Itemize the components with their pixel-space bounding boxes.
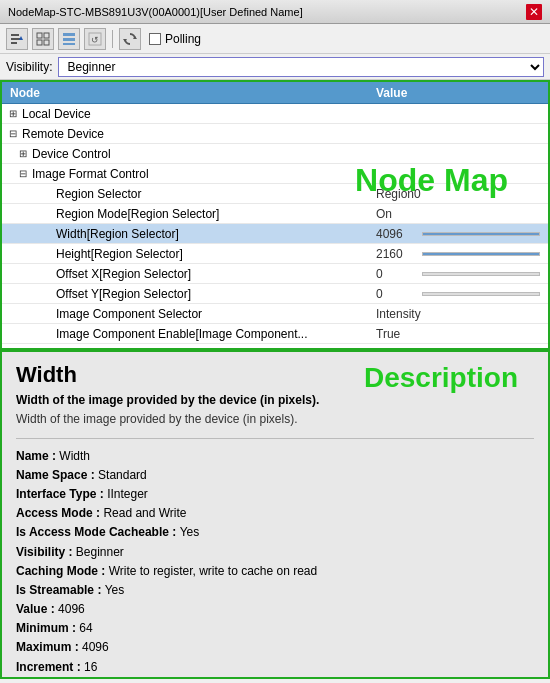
sort-alpha-button[interactable] — [6, 28, 28, 50]
svg-rect-8 — [63, 33, 75, 36]
table-row[interactable]: Offset X[Region Selector] 0 — [2, 264, 548, 284]
expand-icon[interactable]: ⊞ — [16, 148, 30, 159]
refresh-node-button[interactable]: ↺ — [84, 28, 106, 50]
node-label: Offset X[Region Selector] — [56, 267, 191, 281]
property-item: Value : 4096 — [16, 600, 534, 619]
table-row[interactable]: Width[Region Selector] 4096 — [2, 224, 548, 244]
expand-icon[interactable]: ⊞ — [6, 108, 20, 119]
title-bar: NodeMap-STC-MBS891U3V(00A0001)[User Defi… — [0, 0, 550, 24]
expand-icon[interactable]: ⊟ — [6, 128, 20, 139]
table-row[interactable]: Offset Y[Region Selector] 0 — [2, 284, 548, 304]
tree-node-image-format-control[interactable]: ⊟ Image Format Control — [2, 167, 368, 181]
expand-all-button[interactable] — [32, 28, 54, 50]
description-subtext: Width of the image provided by the devic… — [16, 411, 534, 428]
tree-node-device-control[interactable]: ⊞ Device Control — [2, 147, 368, 161]
table-row[interactable]: ⊞ Device Control — [2, 144, 548, 164]
table-row[interactable]: ⊞ Local Device — [2, 104, 548, 124]
toolbar-separator — [112, 30, 113, 48]
tree-node-width[interactable]: Width[Region Selector] — [2, 227, 368, 241]
expand-icon — [40, 248, 54, 259]
tree-node-height[interactable]: Height[Region Selector] — [2, 247, 368, 261]
node-label: Width[Region Selector] — [56, 227, 179, 241]
refresh-node-icon: ↺ — [88, 32, 102, 46]
tree-node-region-selector[interactable]: Region Selector — [2, 187, 368, 201]
property-item: Caching Mode : Write to register, write … — [16, 562, 534, 581]
tree-value-width: 4096 — [368, 227, 548, 241]
tree-value-offset-x: 0 — [368, 267, 548, 281]
svg-rect-0 — [11, 34, 19, 36]
offset-y-slider — [422, 292, 540, 296]
node-label: Region Selector — [56, 187, 141, 201]
height-value: 2160 — [376, 247, 416, 261]
expand-icon — [40, 288, 54, 299]
expand-icon — [40, 308, 54, 319]
visibility-bar: Visibility: Beginner Expert Guru — [0, 54, 550, 80]
table-row[interactable]: ⊟ Remote Device — [2, 124, 548, 144]
width-slider — [422, 232, 540, 236]
tree-value-image-component-enable: True — [368, 327, 548, 341]
tree-value-offset-y: 0 — [368, 287, 548, 301]
expand-all-icon — [36, 32, 50, 46]
property-item: Visibility : Beginner — [16, 543, 534, 562]
table-row[interactable]: Region Selector Region0 — [2, 184, 548, 204]
expand-icon — [40, 208, 54, 219]
offset-y-value: 0 — [376, 287, 416, 301]
property-item: Increment : 16 — [16, 658, 534, 677]
description-panel: Width Description Width of the image pro… — [0, 350, 550, 679]
tree-node-offset-x[interactable]: Offset X[Region Selector] — [2, 267, 368, 281]
svg-rect-6 — [37, 40, 42, 45]
close-button[interactable]: ✕ — [526, 4, 542, 20]
expand-icon[interactable]: ⊟ — [16, 168, 30, 179]
refresh-icon — [123, 32, 137, 46]
tree-node-offset-y[interactable]: Offset Y[Region Selector] — [2, 287, 368, 301]
expand-icon — [40, 328, 54, 339]
description-summary: Width of the image provided by the devic… — [16, 392, 534, 409]
offset-x-value: 0 — [376, 267, 416, 281]
height-slider — [422, 252, 540, 256]
property-item: Name Space : Standard — [16, 466, 534, 485]
tree-value-image-component-selector: Intensity — [368, 307, 548, 321]
description-title: Width — [16, 362, 534, 388]
svg-text:↺: ↺ — [91, 35, 99, 45]
table-row[interactable]: Image Component Enable[Image Component..… — [2, 324, 548, 344]
visibility-label: Visibility: — [6, 60, 52, 74]
tree-value-header: Value — [368, 86, 548, 100]
node-label: Height[Region Selector] — [56, 247, 183, 261]
node-label: Remote Device — [22, 127, 104, 141]
svg-rect-7 — [44, 40, 49, 45]
expand-icon — [40, 268, 54, 279]
polling-checkbox[interactable] — [149, 33, 161, 45]
description-content: Width Description Width of the image pro… — [2, 352, 548, 677]
table-row[interactable]: Region Mode[Region Selector] On — [2, 204, 548, 224]
property-item: Is Access Mode Cacheable : Yes — [16, 523, 534, 542]
offset-x-slider — [422, 272, 540, 276]
node-label: Image Component Selector — [56, 307, 202, 321]
svg-rect-5 — [44, 33, 49, 38]
svg-rect-2 — [11, 42, 17, 44]
table-row[interactable]: Height[Region Selector] 2160 — [2, 244, 548, 264]
tree-node-local-device[interactable]: ⊞ Local Device — [2, 107, 368, 121]
property-item: Minimum : 64 — [16, 619, 534, 638]
table-row[interactable]: ⊟ Image Format Control — [2, 164, 548, 184]
table-row[interactable]: Image Component Selector Intensity — [2, 304, 548, 324]
visibility-select[interactable]: Beginner Expert Guru — [58, 57, 544, 77]
tree-node-remote-device[interactable]: ⊟ Remote Device — [2, 127, 368, 141]
width-value: 4096 — [376, 227, 416, 241]
polling-container: Polling — [149, 32, 201, 46]
polling-label: Polling — [165, 32, 201, 46]
expand-icon — [40, 188, 54, 199]
tree-node-image-component-selector[interactable]: Image Component Selector — [2, 307, 368, 321]
tree-node-image-component-enable[interactable]: Image Component Enable[Image Component..… — [2, 327, 368, 341]
tree-content[interactable]: ⊞ Local Device ⊟ Remote Device ⊞ Device … — [2, 104, 548, 348]
node-label: Device Control — [32, 147, 111, 161]
property-item: Is Streamable : Yes — [16, 581, 534, 600]
tree-node-region-mode[interactable]: Region Mode[Region Selector] — [2, 207, 368, 221]
collapse-all-button[interactable] — [58, 28, 80, 50]
properties-list: Name : WidthName Space : StandardInterfa… — [16, 447, 534, 677]
node-tree-panel: Node Value ⊞ Local Device ⊟ Remote Devic… — [0, 80, 550, 350]
window-title: NodeMap-STC-MBS891U3V(00A0001)[User Defi… — [8, 6, 303, 18]
refresh-button[interactable] — [119, 28, 141, 50]
sort-icon — [10, 32, 24, 46]
node-label: Offset Y[Region Selector] — [56, 287, 191, 301]
tree-header: Node Value — [2, 82, 548, 104]
